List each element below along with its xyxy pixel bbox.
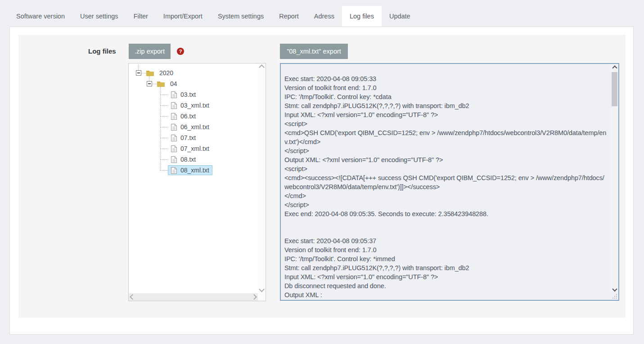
tree-file-row[interactable]: 07.txt	[129, 132, 258, 143]
scroll-down-icon[interactable]	[611, 285, 618, 293]
file-name[interactable]: 07.txt	[180, 134, 196, 141]
folder-name[interactable]: 2020	[159, 69, 173, 77]
log-content[interactable]: Exec start: 2020-04-08 09:05:33 Version …	[281, 64, 611, 300]
file-icon	[171, 156, 177, 163]
folder-name[interactable]: 04	[170, 80, 177, 87]
scroll-down-icon[interactable]	[258, 285, 266, 293]
tab-bar: Software version User settings Filter Im…	[9, 6, 418, 27]
file-icon	[171, 102, 177, 109]
tree-file-row[interactable]: 03.txt	[129, 89, 258, 100]
tab-system-settings[interactable]: System settings	[210, 6, 271, 27]
file-icon	[171, 135, 177, 141]
folder-icon	[146, 70, 154, 76]
scrollbar-thumb[interactable]	[612, 72, 617, 106]
scroll-left-icon[interactable]	[129, 293, 136, 301]
tab-software-version[interactable]: Software version	[9, 6, 72, 27]
tree-file-row[interactable]: 06.txt	[129, 111, 258, 122]
file-icon	[171, 145, 177, 152]
tree-node-04[interactable]: 04	[129, 78, 258, 89]
tab-log-files[interactable]: Log files	[342, 6, 382, 27]
file-icon	[171, 113, 177, 120]
file-icon	[171, 124, 177, 131]
tab-filter[interactable]: Filter	[126, 6, 156, 27]
help-icon[interactable]: ?	[177, 48, 184, 55]
file-export-button[interactable]: "08_xml.txt" export	[280, 44, 348, 59]
tree-file-row[interactable]: 03_xml.txt	[129, 100, 258, 111]
page-title: Log files	[88, 47, 116, 55]
zip-export-button[interactable]: .zip export	[129, 44, 171, 59]
file-name[interactable]: 06_xml.txt	[180, 123, 209, 131]
collapse-toggle-icon[interactable]	[136, 70, 141, 76]
tab-adress[interactable]: Adress	[306, 6, 342, 27]
tree-file-row[interactable]: 08.txt	[129, 154, 258, 165]
tree-file-row[interactable]: 07_xml.txt	[129, 143, 258, 154]
app-window: Software version User settings Filter Im…	[0, 0, 644, 344]
file-icon	[171, 167, 177, 174]
tree-horizontal-scrollbar[interactable]	[129, 293, 258, 301]
tab-report[interactable]: Report	[271, 6, 306, 27]
resize-grip-icon[interactable]	[612, 293, 618, 299]
tree-node-2020[interactable]: 2020	[129, 68, 258, 78]
file-name[interactable]: 06.txt	[180, 113, 196, 120]
log-vertical-scrollbar[interactable]	[611, 64, 618, 293]
selected-file-highlight: 08_xml.txt	[168, 165, 212, 175]
file-name[interactable]: 08.txt	[180, 156, 196, 163]
file-name[interactable]: 03_xml.txt	[180, 102, 209, 109]
tree-vertical-scrollbar[interactable]	[258, 63, 266, 293]
scroll-up-icon[interactable]	[258, 63, 266, 71]
folder-icon	[157, 81, 165, 87]
scrollbar-corner	[258, 293, 266, 301]
tree-file-row[interactable]: 06_xml.txt	[129, 122, 258, 132]
file-name[interactable]: 03.txt	[180, 91, 196, 98]
scroll-right-icon[interactable]	[250, 293, 258, 301]
log-viewer[interactable]: Exec start: 2020-04-08 09:05:33 Version …	[280, 63, 619, 301]
file-name[interactable]: 07_xml.txt	[180, 145, 209, 152]
file-name[interactable]: 08_xml.txt	[180, 167, 209, 174]
file-icon	[171, 91, 177, 98]
collapse-toggle-icon[interactable]	[147, 81, 152, 86]
scroll-up-icon[interactable]	[611, 64, 618, 72]
tab-import-export[interactable]: Import/Export	[156, 6, 210, 27]
file-tree: 2020 04 03.txt 03_xml.txt 06.txt 06_xml.…	[128, 63, 266, 301]
tab-user-settings[interactable]: User settings	[72, 6, 126, 27]
tab-update[interactable]: Update	[382, 6, 418, 27]
tree-file-row-selected[interactable]: 08_xml.txt	[129, 165, 258, 176]
